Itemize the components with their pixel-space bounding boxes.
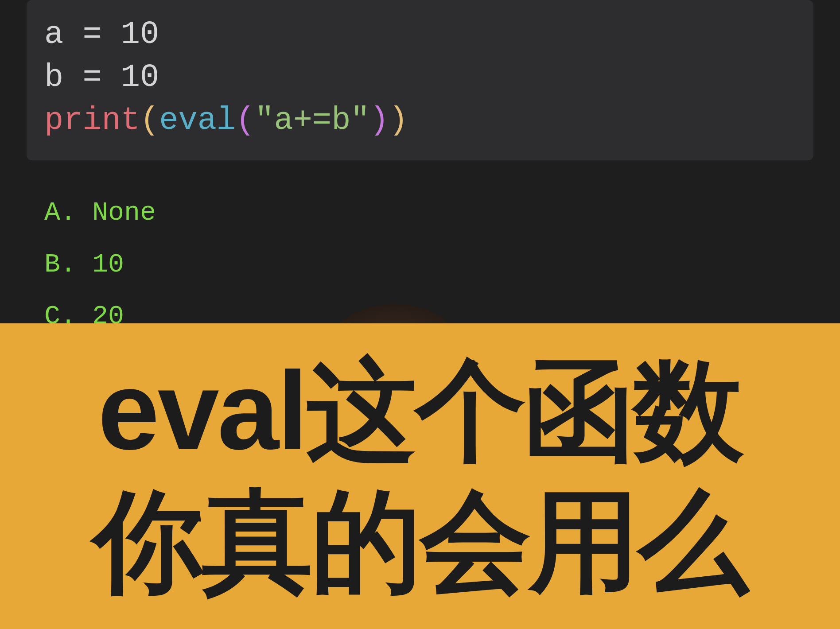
code-line-2: b = 10 [44, 56, 796, 99]
code-func-eval: eval [159, 102, 236, 139]
option-a: A. None [44, 187, 840, 239]
code-func-print: print [44, 102, 140, 139]
code-var-a: a [44, 16, 63, 53]
code-paren-close2: ) [370, 102, 389, 139]
code-op-eq2: = [63, 59, 121, 96]
code-num-10b: 10 [121, 59, 159, 96]
code-block: a = 10 b = 10 print(eval("a+=b")) [27, 0, 813, 160]
code-op-eq1: = [63, 16, 121, 53]
banner-line-2: 你真的会用么 [93, 476, 747, 607]
code-paren-open1: ( [140, 102, 159, 139]
code-line-3: print(eval("a+=b")) [44, 99, 796, 142]
code-num-10a: 10 [121, 16, 159, 53]
title-banner: eval这个函数 你真的会用么 [0, 323, 840, 629]
option-b: B. 10 [44, 239, 840, 291]
banner-line-1: eval这个函数 [98, 346, 743, 476]
code-line-1: a = 10 [44, 13, 796, 56]
code-string: "a+=b" [255, 102, 369, 139]
code-var-b: b [44, 59, 63, 96]
code-paren-close1: ) [389, 102, 408, 139]
code-paren-open2: ( [236, 102, 255, 139]
